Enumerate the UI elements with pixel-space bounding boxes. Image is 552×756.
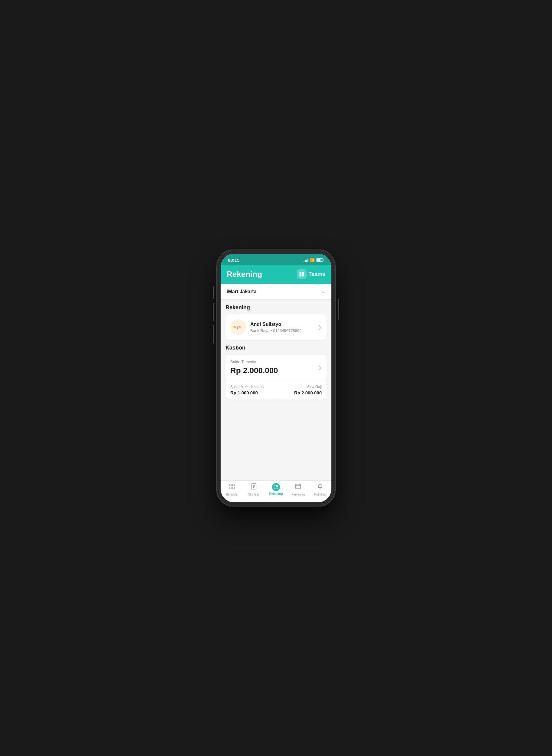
saldo-tersedia-label: Saldo Tersedia [230, 359, 278, 364]
svg-rect-3 [302, 275, 304, 277]
karyawan-icon [295, 483, 301, 492]
svg-rect-0 [300, 272, 302, 274]
power-button [338, 299, 339, 320]
wifi-icon: 📶 [310, 258, 315, 262]
nav-item-beranda[interactable]: Beranda [221, 483, 243, 496]
svg-text:a: a [239, 325, 241, 329]
svg-rect-9 [229, 487, 231, 489]
slip-gaji-label: Slip Gaji [248, 493, 259, 496]
karyawan-label: Karyawan [291, 493, 305, 496]
nav-item-slip-gaji[interactable]: Slip Gaji [243, 483, 265, 496]
svg-rect-10 [232, 487, 234, 489]
page-title: Rekening [227, 269, 262, 279]
rekening-nav-label: Rekening [269, 492, 283, 496]
account-name: Andi Sulistyo [250, 322, 313, 327]
status-icons: 📶 [303, 258, 324, 262]
rekening-section: Rekening ra y a Andi Sulistyo [221, 304, 331, 345]
svg-rect-2 [300, 275, 302, 277]
svg-text:ra: ra [233, 325, 236, 329]
teams-icon [297, 269, 306, 279]
kasbon-section: Kasbon Saldo Tersedia Rp 2.000.000 ❯ Sal… [221, 345, 331, 407]
rekening-title: Rekening [226, 304, 326, 311]
bottom-nav: Beranda Slip Gaji [221, 480, 331, 502]
slip-gaji-icon [251, 483, 257, 492]
saldo-tersedia-info: Saldo Tersedia Rp 2.000.000 [230, 359, 278, 375]
nav-item-notifikasi[interactable]: Notifikasi [309, 483, 331, 496]
svg-rect-7 [229, 484, 231, 486]
beranda-label: Beranda [226, 493, 238, 496]
saldo-grid: Saldo Maks. Kasbon Rp 1.000.000 Sisa Gaj… [226, 381, 326, 400]
volume-up-button [213, 303, 214, 321]
chevron-down-icon: ⌄ [321, 289, 325, 294]
rekening-card: ra y a Andi Sulistyo Bank Raya • 0123456… [226, 314, 326, 340]
saldo-tersedia-row[interactable]: Saldo Tersedia Rp 2.000.000 ❯ [226, 355, 326, 381]
sisa-gaji-label: Sisa Gaji [281, 385, 322, 389]
app-header: Rekening Teams [221, 265, 331, 284]
svg-rect-16 [296, 484, 301, 489]
teams-label: Teams [308, 271, 325, 278]
store-name: iMart Jakarta [227, 289, 257, 294]
rekening-nav-icon [272, 483, 280, 491]
svg-rect-8 [232, 484, 234, 486]
status-bar: 08:15 📶 [221, 254, 331, 265]
battery-icon [316, 258, 324, 262]
bank-logo: ra y a [230, 319, 246, 335]
saldo-maks-label: Saldo Maks. Kasbon [230, 385, 271, 389]
notifikasi-icon [317, 483, 323, 492]
nav-item-karyawan[interactable]: Karyawan [287, 483, 309, 496]
saldo-tersedia-amount: Rp 2.000.000 [230, 366, 278, 375]
account-detail: Bank Raya • 0123456778899 [250, 328, 313, 333]
chevron-right-icon: ❯ [318, 324, 322, 330]
nav-item-rekening[interactable]: Rekening [265, 483, 287, 496]
saldo-chevron-right-icon: ❯ [318, 365, 322, 370]
rekening-info: Andi Sulistyo Bank Raya • 0123456778899 [250, 322, 313, 333]
beranda-icon [229, 483, 235, 492]
teams-button[interactable]: Teams [297, 269, 325, 279]
rekening-item[interactable]: ra y a Andi Sulistyo Bank Raya • 0123456… [226, 314, 326, 340]
sisa-gaji-value: Rp 2.000.000 [281, 390, 322, 395]
saldo-maks-value: Rp 1.000.000 [230, 390, 271, 395]
kasbon-card: Saldo Tersedia Rp 2.000.000 ❯ Saldo Maks… [226, 355, 326, 400]
sisa-gaji-item: Sisa Gaji Rp 2.000.000 [276, 381, 326, 400]
volume-down-button [213, 325, 214, 343]
svg-rect-1 [302, 272, 304, 274]
phone-frame: 08:15 📶 Rekening [217, 250, 335, 506]
kasbon-title: Kasbon [226, 345, 326, 351]
saldo-maks-item: Saldo Maks. Kasbon Rp 1.000.000 [226, 381, 276, 400]
notifikasi-label: Notifikasi [314, 493, 326, 496]
svg-text:y: y [237, 325, 239, 329]
silent-button [213, 287, 214, 299]
store-selector[interactable]: iMart Jakarta ⌄ [221, 284, 331, 300]
signal-icon [303, 258, 309, 262]
status-time: 08:15 [228, 257, 239, 262]
content-area: iMart Jakarta ⌄ Rekening ra y a [221, 284, 331, 502]
phone-screen: 08:15 📶 Rekening [221, 254, 331, 502]
